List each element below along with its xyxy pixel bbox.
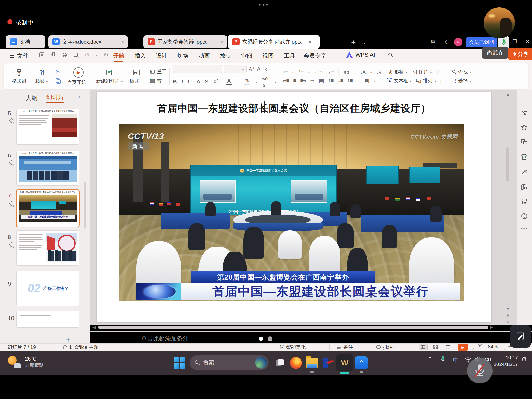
tray-mic-icon[interactable] (440, 355, 446, 363)
close-window-icon[interactable]: ✕ (525, 38, 530, 45)
theme-leaf-icon[interactable] (521, 153, 528, 161)
skin-shirt-icon[interactable] (521, 198, 528, 205)
file-explorer-icon[interactable] (305, 356, 318, 369)
bullet-list-icon[interactable]: •≡ (283, 69, 288, 75)
slideshow-play-button[interactable]: ▶ (458, 344, 468, 351)
tab-home[interactable]: ≡ 文档 (6, 35, 45, 48)
new-tab-button[interactable]: + (351, 38, 356, 47)
menu-tab-slideshow[interactable]: 放映 (220, 52, 231, 60)
clock-widget[interactable]: 10:17 2024/11/17 (490, 354, 518, 368)
align-center-icon[interactable]: ≡ (293, 78, 296, 83)
decrease-indent-icon[interactable]: ←≡ (314, 69, 322, 75)
overlay-menu-dots[interactable]: ••• (259, 2, 269, 8)
menu-tab-review[interactable]: 审阅 (241, 52, 252, 60)
align-left-icon[interactable]: ⌐≡ (283, 78, 289, 83)
italic-button[interactable]: I (181, 78, 183, 85)
justify-icon[interactable]: ☰ (310, 78, 315, 84)
pinyin-guide-button[interactable]: wén文 (262, 75, 270, 88)
slide-thumbnail-7-selected[interactable]: 首届中国—东盟建设部长圆桌会议（自治区住房城乡建设厅） 首届中国—东盟建设部长圆… (17, 190, 79, 227)
normal-view-button[interactable] (419, 344, 428, 350)
share-button[interactable]: 分享 (508, 48, 532, 60)
scroll-right-icon[interactable]: ▶ (490, 325, 493, 330)
align-right-icon[interactable]: ≡¬ (300, 78, 306, 83)
tab-docx[interactable]: W 文字稿docx.docx (48, 35, 128, 48)
numbered-list-icon[interactable]: ¹≡ (299, 69, 303, 75)
select-button[interactable]: 选择⌄ (451, 78, 472, 84)
star-icon[interactable] (8, 159, 15, 166)
play-from-current-button[interactable]: ▶ 当页开始⌄ (67, 67, 90, 85)
tab-pptx-active[interactable]: P 东盟经验分享 尚武卉.pptx ✕ (228, 35, 320, 49)
text-direction-icon[interactable]: ab̄ (344, 69, 349, 75)
next-slide-icon[interactable]: ⇟ (506, 320, 509, 324)
play-options-chevron-icon[interactable]: ⌄ (471, 345, 475, 351)
vertical-scrollbar-thumb[interactable] (506, 147, 509, 181)
smartart-convert-icon[interactable]: ⎘ (377, 69, 381, 75)
slide-thumbnail-10[interactable] (17, 311, 79, 327)
notification-bell-icon[interactable] (521, 356, 527, 363)
slide-editor[interactable]: 首届中国—东盟建设部长圆桌会议（自治区住房城乡建设厅） CCTV/13 新闻 C… (97, 92, 491, 322)
close-tab-icon[interactable]: ✕ (308, 39, 312, 45)
underline-button[interactable]: U (188, 78, 192, 85)
shapes-button[interactable]: 形状⌄ (387, 69, 408, 75)
ime-indicator[interactable]: 中 (453, 356, 459, 364)
webcam-thumbnail[interactable] (484, 7, 515, 38)
star-icon[interactable] (8, 201, 15, 207)
text-align-box-icon[interactable]: [≡] (364, 78, 369, 83)
tray-expand-icon[interactable]: ⌃ (428, 356, 432, 362)
line-spacing-up-icon[interactable]: ↑≡ (328, 78, 334, 83)
transition-shapes-icon[interactable] (521, 138, 528, 145)
superscript-button[interactable]: X²⌄ (213, 78, 221, 85)
menu-tab-animation[interactable]: 动画 (198, 52, 210, 60)
screen-annotate-button[interactable] (510, 325, 531, 348)
slide-title[interactable]: 首届中国—东盟建设部长圆桌会议（自治区住房城乡建设厅） (97, 102, 491, 115)
slide-thumbnail-8[interactable] (17, 231, 79, 265)
resource-search-icon[interactable] (521, 183, 528, 191)
find-button[interactable]: 查找⌄ (451, 69, 472, 75)
restore-window-icon[interactable]: ❐ (512, 38, 517, 45)
weather-widget[interactable]: 26°C 局部晴朗 (7, 355, 44, 369)
wps-ai-button[interactable]: WPS AI (346, 51, 375, 58)
notes-handle-dot[interactable] (268, 336, 272, 341)
fit-slide-button[interactable] (477, 344, 483, 349)
previous-slide-icon[interactable]: ⇞ (506, 313, 509, 318)
clear-format-icon[interactable]: ◇ (265, 66, 269, 72)
font-name-select[interactable]: ⌄ (173, 65, 222, 73)
scroll-up-icon[interactable]: ▲ (506, 92, 510, 97)
copy-icon[interactable] (55, 78, 61, 84)
paste-button[interactable]: 粘贴⌄ (32, 69, 51, 84)
increase-font-icon[interactable]: A⁺ (249, 66, 255, 72)
text-shadow-button[interactable]: S (205, 78, 208, 85)
slide-sorter-view-button[interactable] (431, 344, 440, 350)
picture-button[interactable]: 图片⌄ (411, 69, 432, 75)
decrease-font-icon[interactable]: A⁻ (257, 66, 263, 72)
increase-indent-icon[interactable]: →≡ (326, 69, 334, 75)
save-icon[interactable] (39, 52, 45, 58)
more-tools-icon[interactable] (521, 227, 528, 230)
menu-tab-insert[interactable]: 插入 (135, 52, 146, 60)
reset-button[interactable]: 重置 (150, 69, 166, 75)
scroll-left-icon[interactable]: ◀ (92, 325, 96, 330)
effects-star-icon[interactable] (521, 124, 528, 131)
blue-m-app-icon[interactable]: ⌃ (355, 356, 368, 369)
slide-thumbnail-6[interactable]: 2023（第十二届）中国—东盟矿业合作论坛暨推介展示会 (17, 151, 79, 185)
taskbar-search[interactable]: 搜索 (190, 355, 269, 370)
firefox-icon[interactable] (289, 356, 302, 369)
theme-indicator[interactable]: 1_Office 主题 (62, 344, 99, 351)
layout-button[interactable]: 版式⌄ (127, 69, 146, 84)
notes-button[interactable]: 备注⌄ (337, 344, 357, 351)
member-expired-button[interactable]: 会员已到期 (466, 37, 497, 47)
export-icon[interactable] (50, 52, 56, 58)
arrange-button[interactable]: 排列⌄ (416, 78, 436, 84)
menu-tab-transition[interactable]: 切换 (177, 52, 189, 60)
redo-icon[interactable]: ↻ (104, 51, 108, 58)
tab-pptx-1[interactable]: P 国家奖学金答辩 .pptx (143, 35, 227, 48)
scroll-down-icon[interactable]: ▼ (506, 307, 510, 311)
distribute-icon[interactable]: |≡| (319, 78, 324, 83)
menu-tab-member[interactable]: 会员专享 (303, 52, 326, 60)
slide-thumbnail-5[interactable]: 2023（第十二届）中国—东盟矿业合作论坛暨推介展示会 (17, 109, 79, 144)
search-icon[interactable] (388, 52, 394, 58)
format-painter-button[interactable]: 格式刷 (9, 69, 29, 84)
font-size-select[interactable]: ⌄ (224, 65, 247, 73)
menu-tab-tools[interactable]: 工具 (284, 52, 295, 60)
menu-tab-home[interactable]: 开始 (113, 52, 124, 60)
